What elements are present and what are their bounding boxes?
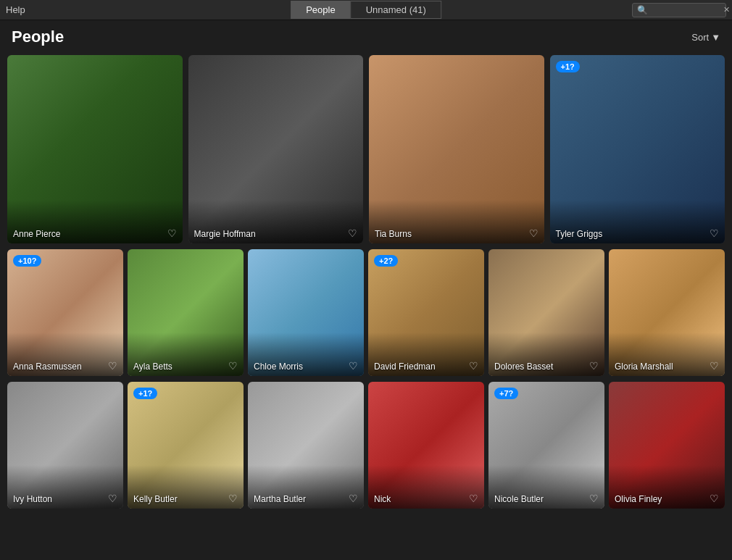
tab-people[interactable]: People xyxy=(291,1,350,19)
favorite-heart-icon[interactable]: ♡ xyxy=(349,360,358,372)
top-bar: Help People Unnamed (41) 🔍 ✕ xyxy=(0,0,732,20)
card-tyler-griggs[interactable]: +1? Tyler Griggs ♡ xyxy=(550,55,725,243)
main-header: People Sort ▼ xyxy=(0,20,732,51)
card-gloria-marshall[interactable]: Gloria Marshall ♡ xyxy=(609,249,725,376)
card-david-friedman[interactable]: +2? David Friedman ♡ xyxy=(368,249,484,376)
merge-badge: +1? xyxy=(133,388,157,399)
card-ayla-betts[interactable]: Ayla Betts ♡ xyxy=(128,249,244,376)
person-name: Kelly Butler xyxy=(133,494,178,504)
person-name: Anne Pierce xyxy=(13,229,60,239)
favorite-heart-icon[interactable]: ♡ xyxy=(108,360,117,372)
card-overlay: Chloe Morris ♡ xyxy=(248,333,364,376)
favorite-heart-icon[interactable]: ♡ xyxy=(529,227,538,239)
card-tia-burns[interactable]: Tia Burns ♡ xyxy=(369,55,544,243)
person-name: Gloria Marshall xyxy=(615,362,673,372)
person-name: Nicole Butler xyxy=(494,494,544,504)
merge-badge: +2? xyxy=(374,255,398,267)
favorite-heart-icon[interactable]: ♡ xyxy=(589,493,599,504)
search-input[interactable] xyxy=(651,5,723,15)
card-olivia-finley[interactable]: Olivia Finley ♡ xyxy=(609,382,725,509)
search-icon: 🔍 xyxy=(637,5,648,15)
card-margie-hoffman[interactable]: Margie Hoffman ♡ xyxy=(188,55,364,243)
search-bar[interactable]: 🔍 ✕ xyxy=(632,3,726,17)
card-martha-butler[interactable]: Martha Butler ♡ xyxy=(248,382,364,509)
card-kelly-butler[interactable]: +1? Kelly Butler ♡ xyxy=(128,382,244,509)
favorite-heart-icon[interactable]: ♡ xyxy=(710,360,719,372)
medium-cards-row: +10? Anna Rasmussen ♡ Ayla Betts ♡ Chloe… xyxy=(0,246,732,379)
card-overlay: Tyler Griggs ♡ xyxy=(550,200,725,243)
person-name: Olivia Finley xyxy=(615,494,662,504)
favorite-heart-icon[interactable]: ♡ xyxy=(589,360,599,372)
person-name: Chloe Morris xyxy=(254,362,303,372)
page-title: People xyxy=(12,28,64,46)
merge-badge: +7? xyxy=(494,388,518,399)
person-name: Anna Rasmussen xyxy=(13,362,82,372)
card-overlay: Nick ♡ xyxy=(368,465,484,509)
card-anna-rasmussen[interactable]: +10? Anna Rasmussen ♡ xyxy=(7,249,123,376)
card-overlay: Anne Pierce ♡ xyxy=(7,200,183,243)
card-nicole-butler[interactable]: +7? Nicole Butler ♡ xyxy=(488,382,604,509)
favorite-heart-icon[interactable]: ♡ xyxy=(469,493,478,504)
card-overlay: Anna Rasmussen ♡ xyxy=(7,333,123,376)
person-name: Margie Hoffman xyxy=(194,229,256,239)
merge-badge: +10? xyxy=(13,255,41,267)
card-overlay: Kelly Butler ♡ xyxy=(128,465,244,509)
person-name: Tia Burns xyxy=(375,229,412,239)
favorite-heart-icon[interactable]: ♡ xyxy=(167,227,177,239)
tab-unnamed[interactable]: Unnamed (41) xyxy=(351,1,441,19)
large-cards-row: Anne Pierce ♡ Margie Hoffman ♡ Tia Burns… xyxy=(0,51,732,246)
card-overlay: Gloria Marshall ♡ xyxy=(609,333,725,376)
sort-label: Sort xyxy=(691,32,709,43)
bottom-cards-row: Ivy Hutton ♡ +1? Kelly Butler ♡ Martha B… xyxy=(0,379,732,511)
merge-badge: +1? xyxy=(556,61,580,72)
card-overlay: Ayla Betts ♡ xyxy=(128,333,244,376)
tab-group: People Unnamed (41) xyxy=(291,1,441,19)
favorite-heart-icon[interactable]: ♡ xyxy=(348,227,357,239)
favorite-heart-icon[interactable]: ♡ xyxy=(710,227,719,239)
favorite-heart-icon[interactable]: ♡ xyxy=(469,360,478,372)
card-chloe-morris[interactable]: Chloe Morris ♡ xyxy=(248,249,364,376)
favorite-heart-icon[interactable]: ♡ xyxy=(108,493,117,504)
card-ivy-hutton[interactable]: Ivy Hutton ♡ xyxy=(7,382,123,509)
chevron-down-icon: ▼ xyxy=(711,32,720,43)
favorite-heart-icon[interactable]: ♡ xyxy=(228,360,238,372)
person-name: Martha Butler xyxy=(254,494,306,504)
card-overlay: Margie Hoffman ♡ xyxy=(188,200,364,243)
card-overlay: Nicole Butler ♡ xyxy=(488,465,604,509)
card-overlay: Martha Butler ♡ xyxy=(248,465,364,509)
favorite-heart-icon[interactable]: ♡ xyxy=(228,493,238,504)
card-overlay: Olivia Finley ♡ xyxy=(609,465,725,509)
person-name: Tyler Griggs xyxy=(556,229,603,239)
card-anne-pierce[interactable]: Anne Pierce ♡ xyxy=(7,55,183,243)
favorite-heart-icon[interactable]: ♡ xyxy=(710,493,719,504)
favorite-heart-icon[interactable]: ♡ xyxy=(349,493,358,504)
person-name: Nick xyxy=(374,494,391,504)
person-name: Dolores Basset xyxy=(494,362,553,372)
card-overlay: Tia Burns ♡ xyxy=(369,200,544,243)
card-overlay: David Friedman ♡ xyxy=(368,333,484,376)
card-overlay: Ivy Hutton ♡ xyxy=(7,465,123,509)
help-menu[interactable]: Help xyxy=(6,4,25,15)
person-name: Ivy Hutton xyxy=(13,494,52,504)
close-icon[interactable]: ✕ xyxy=(723,5,730,14)
person-name: Ayla Betts xyxy=(133,362,172,372)
card-nick[interactable]: Nick ♡ xyxy=(368,382,484,509)
person-name: David Friedman xyxy=(374,362,436,372)
card-overlay: Dolores Basset ♡ xyxy=(488,333,604,376)
sort-button[interactable]: Sort ▼ xyxy=(691,32,720,43)
card-dolores-basset[interactable]: Dolores Basset ♡ xyxy=(488,249,604,376)
